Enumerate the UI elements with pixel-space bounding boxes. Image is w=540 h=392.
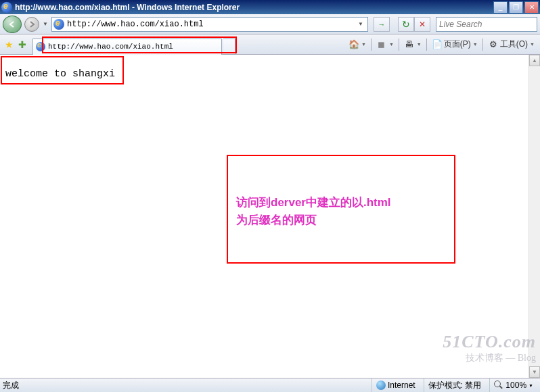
page-content: welcome to shangxi 访问到derver中建立的以.html 为… xyxy=(0,55,540,378)
annotation-line1: 访问到derver中建立的以.html xyxy=(236,194,446,212)
status-bar: 完成 Internet 保护模式: 禁用 100% ▼ xyxy=(0,378,540,392)
window-titlebar: http://www.hao.com/xiao.html - Windows I… xyxy=(0,0,540,14)
status-zone-label: Internet xyxy=(388,381,415,390)
refresh-button[interactable] xyxy=(398,17,414,32)
page-menu[interactable]: 📄页面(P) ▼ xyxy=(429,37,480,52)
favorites-star-icon[interactable]: ★ xyxy=(3,39,15,51)
zoom-value: 100% xyxy=(505,381,526,390)
tools-menu[interactable]: ⚙工具(O) ▼ xyxy=(485,37,537,52)
scroll-up-button[interactable]: ▲ xyxy=(529,55,540,66)
url-input[interactable] xyxy=(67,20,355,29)
scroll-down-button[interactable]: ▼ xyxy=(529,366,540,378)
rss-icon: ◼ xyxy=(376,39,387,50)
nav-toolbar: ▼ ▼ → xyxy=(0,14,540,34)
print-button[interactable]: 🖶▼ xyxy=(401,37,424,52)
back-button[interactable] xyxy=(3,16,22,33)
status-protected-mode: 保护模式: 禁用 xyxy=(424,378,486,392)
globe-icon xyxy=(376,381,386,390)
vertical-scrollbar[interactable]: ▲ ▼ xyxy=(528,55,540,378)
new-tab-button[interactable] xyxy=(223,39,235,55)
annotation-box-main: 访问到derver中建立的以.html 为后缀名的网页 xyxy=(227,155,455,264)
stop-button[interactable] xyxy=(414,17,430,32)
page-body-text: welcome to shangxi xyxy=(0,55,540,93)
maximize-button[interactable]: ❐ xyxy=(509,1,523,14)
window-title: http://www.hao.com/xiao.html - Windows I… xyxy=(15,3,493,12)
minimize-button[interactable]: _ xyxy=(493,1,508,14)
page-icon: 📄 xyxy=(432,39,443,50)
search-input[interactable] xyxy=(439,20,540,29)
forward-button[interactable] xyxy=(24,17,39,32)
address-bar[interactable]: ▼ xyxy=(51,17,368,32)
tab-title: http://www.hao.com/xiao.html xyxy=(48,43,173,51)
feeds-button[interactable]: ◼▼ xyxy=(374,37,397,52)
nav-history-dropdown[interactable]: ▼ xyxy=(42,21,49,27)
print-icon: 🖶 xyxy=(404,39,415,50)
home-icon: 🏠 xyxy=(348,39,359,50)
watermark-small: 技术博客 — Blog xyxy=(443,352,536,364)
close-button[interactable]: ✕ xyxy=(524,1,539,14)
page-favicon-icon xyxy=(53,19,64,30)
ie-icon xyxy=(1,2,12,13)
zoom-icon xyxy=(494,381,503,390)
tab-favicon-icon xyxy=(36,42,45,51)
status-zone[interactable]: Internet xyxy=(372,378,420,392)
page-menu-label: 页面(P) xyxy=(444,39,471,50)
watermark: 51CTO.com 技术博客 — Blog xyxy=(443,332,536,364)
watermark-big: 51CTO.com xyxy=(443,332,536,352)
tools-menu-label: 工具(O) xyxy=(500,39,528,50)
home-button[interactable]: 🏠▼ xyxy=(346,37,369,52)
add-favorite-icon[interactable]: ✚ xyxy=(16,39,28,51)
go-button[interactable]: → xyxy=(374,17,390,32)
search-box[interactable] xyxy=(436,17,537,32)
status-done: 完成 xyxy=(3,380,19,391)
zoom-control[interactable]: 100% ▼ xyxy=(489,378,537,392)
gear-icon: ⚙ xyxy=(488,39,499,50)
tab-current[interactable]: http://www.hao.com/xiao.html xyxy=(32,39,222,55)
tab-toolbar: ★ ✚ http://www.hao.com/xiao.html 🏠▼ ◼▼ 🖶… xyxy=(0,34,540,55)
annotation-line2: 为后缀名的网页 xyxy=(236,212,446,229)
url-dropdown[interactable]: ▼ xyxy=(355,21,366,27)
status-protected-label: 保护模式: 禁用 xyxy=(428,380,482,391)
